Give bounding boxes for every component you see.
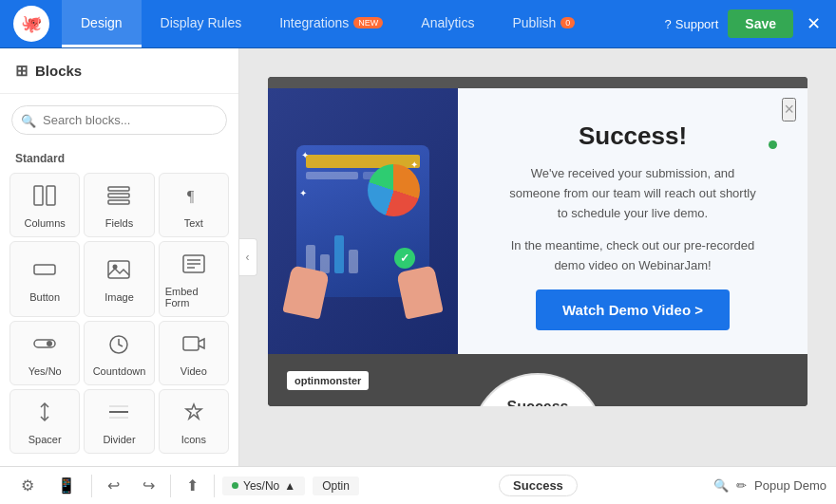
divider-1 [91,475,92,497]
divider-icon [107,401,130,428]
svg-rect-3 [108,194,129,197]
tab-publish[interactable]: Publish 0 [493,0,594,47]
success-circle-text: Success [507,399,569,406]
sidebar: ⊞ Blocks 🔍 Standard Columns Fields [0,48,239,466]
logo-icon: 🐙 [13,6,49,42]
video-icon [182,333,205,360]
tab-display-rules[interactable]: Display Rules [142,0,261,47]
sidebar-header: ⊞ Blocks [0,48,238,94]
popup-image-section: ✓ ✦ ✦ ✦ [268,88,458,354]
mobile-icon[interactable]: 📱 [46,476,87,495]
popup-body2: In the meantime, check out our pre-recor… [509,236,756,276]
block-video[interactable]: Video [159,321,229,385]
search-icon: 🔍 [21,113,36,127]
block-countdown[interactable]: Countdown [84,321,154,385]
columns-icon [33,185,56,212]
block-icons[interactable]: Icons [159,389,229,454]
search-input[interactable] [11,105,227,135]
svg-text:¶: ¶ [187,188,195,204]
save-button[interactable]: Save [728,9,793,38]
yes-no-tag[interactable]: Yes/No ▲ [222,476,305,495]
block-spacer[interactable]: Spacer [10,389,80,454]
svg-rect-16 [183,337,199,350]
optinmonster-logo: optinmonster [287,371,369,390]
search-box: 🔍 [11,105,227,135]
svg-rect-2 [108,187,129,191]
tab-integrations[interactable]: Integrations NEW [260,0,402,47]
popup-inner: × [268,88,808,354]
text-icon: ¶ [182,185,205,212]
close-button[interactable]: ✕ [803,13,825,34]
block-image[interactable]: Image [84,241,154,317]
countdown-icon [107,333,130,360]
popup-illustration: ✓ ✦ ✦ ✦ [296,145,429,297]
blocks-icon: ⊞ [15,62,28,80]
success-badge[interactable]: Success [499,475,578,496]
redo-icon[interactable]: ↪ [131,476,166,495]
button-icon [33,259,56,286]
divider-2 [170,475,171,497]
icons-icon [182,401,205,428]
divider-3 [214,475,215,497]
publish-badge: 0 [560,17,575,28]
block-columns[interactable]: Columns [10,173,80,237]
support-link[interactable]: ? Support [665,17,719,31]
settings-icon[interactable]: ⚙ [10,476,46,495]
search-bottom-icon[interactable]: 🔍 [713,478,729,493]
block-text[interactable]: ¶ Text [159,173,229,237]
top-nav: 🐙 Design Display Rules Integrations NEW … [0,0,836,48]
block-yes-no[interactable]: Yes/No [10,321,80,385]
edit-icon[interactable]: ✏ [736,478,747,493]
optin-tag[interactable]: Optin [313,476,359,495]
embed-form-icon [182,253,205,280]
svg-point-14 [47,341,52,346]
spacer-icon [33,401,56,428]
watch-demo-button[interactable]: Watch Demo Video > [536,289,730,330]
nav-tabs: Design Display Rules Integrations NEW An… [62,0,594,47]
popup-close-button[interactable]: × [782,98,796,121]
bottom-right: 🔍 ✏ Popup Demo [713,478,826,493]
undo-icon[interactable]: ↩ [96,476,131,495]
image-icon [107,259,130,286]
logo: 🐙 [0,0,62,47]
integrations-badge: NEW [353,17,383,28]
section-label-standard: Standard [0,146,238,173]
fields-icon [107,185,130,212]
svg-rect-6 [34,265,55,274]
popup-body1: We've received your submission, and some… [509,164,756,223]
chevron-up-icon: ▲ [284,479,295,493]
popup-preview: × [268,77,808,406]
popup-title: Success! [579,121,687,151]
svg-rect-0 [34,186,43,205]
nav-right: ? Support Save ✕ [665,9,836,38]
green-status-dot [769,140,777,149]
svg-rect-7 [108,261,129,278]
block-embed-form[interactable]: Embed Form [159,241,229,317]
svg-rect-4 [108,200,129,204]
tab-design[interactable]: Design [62,0,142,47]
block-button[interactable]: Button [10,241,80,317]
yes-no-icon [33,333,56,360]
tab-analytics[interactable]: Analytics [402,0,493,47]
canvas-area: ‹ × [239,48,836,466]
blocks-grid: Columns Fields ¶ Text Butto [0,173,238,461]
bottom-center: Success [363,475,713,496]
yes-no-status-dot [232,482,238,489]
question-icon: ? [665,17,672,31]
svg-rect-1 [47,186,55,205]
collapse-sidebar-button[interactable]: ‹ [239,238,257,276]
upload-icon[interactable]: ⬆ [175,476,210,495]
block-divider[interactable]: Divider [84,389,154,454]
campaign-name: Popup Demo [754,478,826,493]
bottom-bar: ⚙ 📱 ↩ ↪ ⬆ Yes/No ▲ Optin Success 🔍 ✏ Pop… [0,466,836,504]
main-layout: ⊞ Blocks 🔍 Standard Columns Fields [0,48,836,466]
popup-content-section: Success! We've received your submission,… [458,88,808,354]
block-fields[interactable]: Fields [84,173,154,237]
